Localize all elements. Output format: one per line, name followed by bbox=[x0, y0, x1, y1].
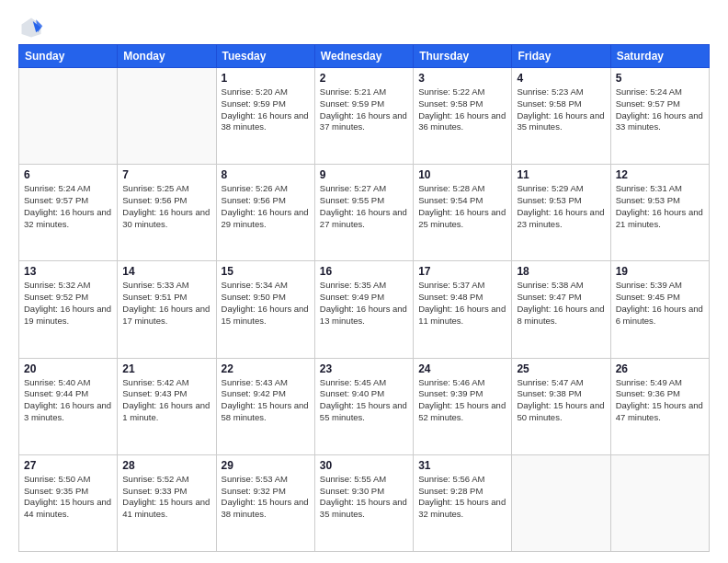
day-info: Sunrise: 5:24 AM Sunset: 9:57 PM Dayligh… bbox=[616, 86, 704, 133]
weekday-header: Tuesday bbox=[216, 45, 314, 68]
day-number: 15 bbox=[222, 265, 310, 278]
calendar-week-row: 20Sunrise: 5:40 AM Sunset: 9:44 PM Dayli… bbox=[19, 358, 710, 454]
calendar-cell bbox=[610, 454, 709, 551]
calendar-cell bbox=[19, 68, 118, 165]
day-info: Sunrise: 5:31 AM Sunset: 9:53 PM Dayligh… bbox=[616, 183, 704, 230]
calendar-cell: 10Sunrise: 5:28 AM Sunset: 9:54 PM Dayli… bbox=[414, 165, 512, 261]
day-number: 21 bbox=[122, 362, 210, 375]
calendar-cell: 24Sunrise: 5:46 AM Sunset: 9:39 PM Dayli… bbox=[414, 358, 512, 454]
weekday-header: Monday bbox=[118, 45, 216, 68]
day-info: Sunrise: 5:20 AM Sunset: 9:59 PM Dayligh… bbox=[222, 86, 310, 133]
day-info: Sunrise: 5:50 AM Sunset: 9:35 PM Dayligh… bbox=[24, 474, 112, 521]
calendar-cell: 21Sunrise: 5:42 AM Sunset: 9:43 PM Dayli… bbox=[118, 358, 216, 454]
weekday-header: Sunday bbox=[19, 45, 118, 68]
day-info: Sunrise: 5:35 AM Sunset: 9:49 PM Dayligh… bbox=[320, 280, 408, 327]
calendar-cell: 22Sunrise: 5:43 AM Sunset: 9:42 PM Dayli… bbox=[216, 358, 314, 454]
calendar-week-row: 1Sunrise: 5:20 AM Sunset: 9:59 PM Daylig… bbox=[19, 68, 710, 165]
day-number: 12 bbox=[616, 168, 704, 181]
day-info: Sunrise: 5:49 AM Sunset: 9:36 PM Dayligh… bbox=[616, 377, 704, 424]
day-info: Sunrise: 5:42 AM Sunset: 9:43 PM Dayligh… bbox=[122, 377, 210, 424]
calendar-cell: 26Sunrise: 5:49 AM Sunset: 9:36 PM Dayli… bbox=[610, 358, 709, 454]
day-info: Sunrise: 5:55 AM Sunset: 9:30 PM Dayligh… bbox=[320, 474, 408, 521]
day-info: Sunrise: 5:52 AM Sunset: 9:33 PM Dayligh… bbox=[122, 474, 210, 521]
calendar-cell: 28Sunrise: 5:52 AM Sunset: 9:33 PM Dayli… bbox=[118, 454, 216, 551]
day-info: Sunrise: 5:26 AM Sunset: 9:56 PM Dayligh… bbox=[222, 183, 310, 230]
day-info: Sunrise: 5:47 AM Sunset: 9:38 PM Dayligh… bbox=[517, 377, 605, 424]
calendar-cell: 7Sunrise: 5:25 AM Sunset: 9:56 PM Daylig… bbox=[118, 165, 216, 261]
calendar-cell: 17Sunrise: 5:37 AM Sunset: 9:48 PM Dayli… bbox=[414, 261, 512, 358]
calendar-cell: 30Sunrise: 5:55 AM Sunset: 9:30 PM Dayli… bbox=[314, 454, 413, 551]
calendar-cell bbox=[512, 454, 610, 551]
calendar-cell: 2Sunrise: 5:21 AM Sunset: 9:59 PM Daylig… bbox=[314, 68, 413, 165]
calendar-cell: 18Sunrise: 5:38 AM Sunset: 9:47 PM Dayli… bbox=[512, 261, 610, 358]
calendar-cell: 12Sunrise: 5:31 AM Sunset: 9:53 PM Dayli… bbox=[610, 165, 709, 261]
calendar-table: SundayMondayTuesdayWednesdayThursdayFrid… bbox=[18, 44, 710, 552]
day-number: 23 bbox=[320, 362, 408, 375]
day-number: 6 bbox=[24, 168, 112, 181]
day-number: 16 bbox=[320, 265, 408, 278]
calendar-cell: 13Sunrise: 5:32 AM Sunset: 9:52 PM Dayli… bbox=[19, 261, 118, 358]
day-number: 10 bbox=[418, 168, 506, 181]
day-info: Sunrise: 5:38 AM Sunset: 9:47 PM Dayligh… bbox=[517, 280, 605, 327]
weekday-header: Wednesday bbox=[314, 45, 413, 68]
calendar-cell: 1Sunrise: 5:20 AM Sunset: 9:59 PM Daylig… bbox=[216, 68, 314, 165]
day-info: Sunrise: 5:45 AM Sunset: 9:40 PM Dayligh… bbox=[320, 377, 408, 424]
day-info: Sunrise: 5:23 AM Sunset: 9:58 PM Dayligh… bbox=[517, 86, 605, 133]
day-info: Sunrise: 5:56 AM Sunset: 9:28 PM Dayligh… bbox=[418, 474, 506, 521]
calendar-week-row: 27Sunrise: 5:50 AM Sunset: 9:35 PM Dayli… bbox=[19, 454, 710, 551]
calendar-cell: 6Sunrise: 5:24 AM Sunset: 9:57 PM Daylig… bbox=[19, 165, 118, 261]
weekday-row: SundayMondayTuesdayWednesdayThursdayFrid… bbox=[19, 45, 710, 68]
day-info: Sunrise: 5:25 AM Sunset: 9:56 PM Dayligh… bbox=[122, 183, 210, 230]
calendar-cell: 29Sunrise: 5:53 AM Sunset: 9:32 PM Dayli… bbox=[216, 454, 314, 551]
calendar-cell: 16Sunrise: 5:35 AM Sunset: 9:49 PM Dayli… bbox=[314, 261, 413, 358]
day-number: 22 bbox=[222, 362, 310, 375]
day-number: 8 bbox=[222, 168, 310, 181]
day-number: 30 bbox=[320, 459, 408, 472]
day-info: Sunrise: 5:24 AM Sunset: 9:57 PM Dayligh… bbox=[24, 183, 112, 230]
day-number: 17 bbox=[418, 265, 506, 278]
calendar-cell: 20Sunrise: 5:40 AM Sunset: 9:44 PM Dayli… bbox=[19, 358, 118, 454]
calendar-week-row: 13Sunrise: 5:32 AM Sunset: 9:52 PM Dayli… bbox=[19, 261, 710, 358]
calendar-cell: 19Sunrise: 5:39 AM Sunset: 9:45 PM Dayli… bbox=[610, 261, 709, 358]
day-number: 28 bbox=[122, 459, 210, 472]
day-info: Sunrise: 5:29 AM Sunset: 9:53 PM Dayligh… bbox=[517, 183, 605, 230]
logo bbox=[18, 15, 48, 40]
day-info: Sunrise: 5:21 AM Sunset: 9:59 PM Dayligh… bbox=[320, 86, 408, 133]
day-number: 5 bbox=[616, 72, 704, 85]
logo-icon bbox=[18, 15, 44, 40]
calendar-cell: 14Sunrise: 5:33 AM Sunset: 9:51 PM Dayli… bbox=[118, 261, 216, 358]
calendar-cell: 8Sunrise: 5:26 AM Sunset: 9:56 PM Daylig… bbox=[216, 165, 314, 261]
calendar-cell: 31Sunrise: 5:56 AM Sunset: 9:28 PM Dayli… bbox=[414, 454, 512, 551]
day-number: 13 bbox=[24, 265, 112, 278]
calendar-week-row: 6Sunrise: 5:24 AM Sunset: 9:57 PM Daylig… bbox=[19, 165, 710, 261]
calendar-cell: 9Sunrise: 5:27 AM Sunset: 9:55 PM Daylig… bbox=[314, 165, 413, 261]
calendar-header: SundayMondayTuesdayWednesdayThursdayFrid… bbox=[19, 45, 710, 68]
calendar-cell: 25Sunrise: 5:47 AM Sunset: 9:38 PM Dayli… bbox=[512, 358, 610, 454]
day-number: 24 bbox=[418, 362, 506, 375]
day-info: Sunrise: 5:34 AM Sunset: 9:50 PM Dayligh… bbox=[222, 280, 310, 327]
calendar-body: 1Sunrise: 5:20 AM Sunset: 9:59 PM Daylig… bbox=[19, 68, 710, 552]
day-number: 2 bbox=[320, 72, 408, 85]
day-number: 31 bbox=[418, 459, 506, 472]
day-number: 19 bbox=[616, 265, 704, 278]
day-info: Sunrise: 5:22 AM Sunset: 9:58 PM Dayligh… bbox=[418, 86, 506, 133]
calendar-cell: 5Sunrise: 5:24 AM Sunset: 9:57 PM Daylig… bbox=[610, 68, 709, 165]
day-info: Sunrise: 5:37 AM Sunset: 9:48 PM Dayligh… bbox=[418, 280, 506, 327]
calendar-cell: 15Sunrise: 5:34 AM Sunset: 9:50 PM Dayli… bbox=[216, 261, 314, 358]
day-number: 4 bbox=[517, 72, 605, 85]
day-number: 3 bbox=[418, 72, 506, 85]
day-number: 14 bbox=[122, 265, 210, 278]
day-number: 7 bbox=[122, 168, 210, 181]
calendar-cell bbox=[118, 68, 216, 165]
day-info: Sunrise: 5:53 AM Sunset: 9:32 PM Dayligh… bbox=[222, 474, 310, 521]
day-number: 29 bbox=[222, 459, 310, 472]
day-info: Sunrise: 5:40 AM Sunset: 9:44 PM Dayligh… bbox=[24, 377, 112, 424]
day-info: Sunrise: 5:28 AM Sunset: 9:54 PM Dayligh… bbox=[418, 183, 506, 230]
day-number: 26 bbox=[616, 362, 704, 375]
calendar-cell: 3Sunrise: 5:22 AM Sunset: 9:58 PM Daylig… bbox=[414, 68, 512, 165]
header bbox=[18, 15, 710, 40]
day-info: Sunrise: 5:46 AM Sunset: 9:39 PM Dayligh… bbox=[418, 377, 506, 424]
day-info: Sunrise: 5:43 AM Sunset: 9:42 PM Dayligh… bbox=[222, 377, 310, 424]
day-number: 20 bbox=[24, 362, 112, 375]
page: SundayMondayTuesdayWednesdayThursdayFrid… bbox=[0, 0, 728, 563]
